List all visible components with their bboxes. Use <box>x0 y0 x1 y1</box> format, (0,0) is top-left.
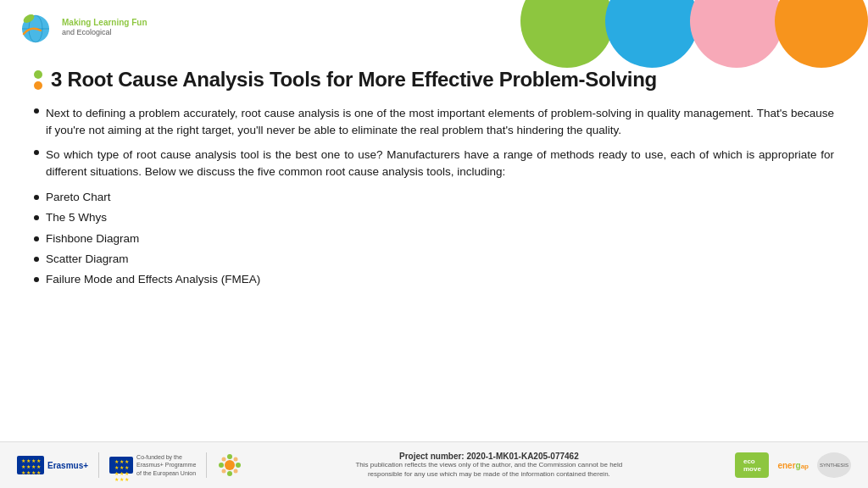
synthesis-logo: SYNTHESIS <box>817 452 851 478</box>
svg-point-12 <box>234 469 238 474</box>
sun-flower-icon <box>217 452 242 478</box>
svg-point-10 <box>234 458 238 462</box>
logo-text: Making Learning Fun and Ecological <box>62 17 147 38</box>
footer-center: Project number: 2020-1-MK01-KA205-077462… <box>242 452 735 479</box>
list-item: The 5 Whys <box>34 208 834 228</box>
blue-circle <box>605 0 698 68</box>
main-content: 3 Root Cause Analysis Tools for More Eff… <box>34 68 834 441</box>
tool-3: Fishbone Diagram <box>46 229 139 249</box>
footer-divider-2 <box>206 452 207 478</box>
paragraph-list: Next to defining a problem accurately, r… <box>34 105 834 180</box>
list-item: So which type of root cause analysis too… <box>34 147 834 181</box>
paragraph-2: So which type of root cause analysis too… <box>46 147 834 181</box>
bullet-dot <box>34 215 39 220</box>
eu-flag-small: ★ ★ ★ ★ ★ ★ ★ ★ ★ ★ ★ ★ <box>109 457 133 474</box>
footer: ★ ★ ★ ★ ★ ★ ★ ★ ★ ★ ★ ★ Erasmus+ ★ ★ ★ ★ <box>0 441 868 488</box>
cofunded-box: ★ ★ ★ ★ ★ ★ ★ ★ ★ ★ ★ ★ Co-funded by the… <box>109 453 196 476</box>
tool-4: Scatter Diagram <box>46 249 129 269</box>
cofunded-text: Co-funded by the Erasmus+ Programme of t… <box>136 453 196 476</box>
tools-list: Pareto Chart The 5 Whys Fishbone Diagram… <box>34 187 834 290</box>
eu-flag-icon: ★ ★ ★ ★ ★ ★ ★ ★ ★ ★ ★ ★ <box>17 456 44 474</box>
title-row: 3 Root Cause Analysis Tools for More Eff… <box>34 68 834 92</box>
list-item: Next to defining a problem accurately, r… <box>34 105 834 140</box>
tool-1: Pareto Chart <box>46 187 111 208</box>
logo-image <box>17 8 55 47</box>
title-dots <box>34 70 42 90</box>
title-dot-green <box>34 70 42 79</box>
title-dot-orange <box>34 81 42 90</box>
bullet-dot <box>34 108 39 114</box>
project-number: Project number: 2020-1-MK01-KA205-077462 <box>242 452 735 461</box>
svg-point-4 <box>225 460 235 470</box>
bullet-dot <box>34 257 39 262</box>
footer-left-logos: ★ ★ ★ ★ ★ ★ ★ ★ ★ ★ ★ ★ Erasmus+ ★ ★ ★ ★ <box>17 452 242 478</box>
header: Making Learning Fun and Ecological <box>17 8 147 47</box>
list-item: Failure Mode and Effects Analysis (FMEA) <box>34 269 834 290</box>
bullet-dot <box>34 195 39 200</box>
eco-logo: ecomove <box>735 452 769 478</box>
top-decorative-circles <box>520 0 868 68</box>
green-circle <box>520 0 614 68</box>
svg-point-9 <box>222 458 226 462</box>
paragraph-1: Next to defining a problem accurately, r… <box>46 105 834 140</box>
svg-point-5 <box>227 454 232 459</box>
footer-disclaimer: This publication reflects the views only… <box>353 461 625 479</box>
list-item: Pareto Chart <box>34 187 834 208</box>
page-title: 3 Root Cause Analysis Tools for More Eff… <box>51 68 657 92</box>
orange-circle <box>775 0 868 68</box>
svg-point-7 <box>219 463 224 468</box>
pink-circle <box>690 0 783 68</box>
bullet-dot <box>34 150 39 155</box>
tool-5: Failure Mode and Effects Analysis (FMEA) <box>46 269 260 290</box>
bullet-dot <box>34 236 39 241</box>
footer-divider-1 <box>98 452 99 478</box>
svg-point-8 <box>236 463 241 468</box>
energy-logo: energap <box>777 461 809 470</box>
bullet-dot <box>34 277 39 282</box>
erasmus-logo: ★ ★ ★ ★ ★ ★ ★ ★ ★ ★ ★ ★ Erasmus+ <box>17 456 88 474</box>
list-item: Scatter Diagram <box>34 249 834 269</box>
erasmus-label: Erasmus+ <box>47 461 88 470</box>
svg-point-6 <box>227 471 232 476</box>
tool-2: The 5 Whys <box>46 208 107 228</box>
svg-point-11 <box>222 469 226 474</box>
footer-right-logos: ecomove energap SYNTHESIS <box>735 452 851 478</box>
list-item: Fishbone Diagram <box>34 229 834 249</box>
